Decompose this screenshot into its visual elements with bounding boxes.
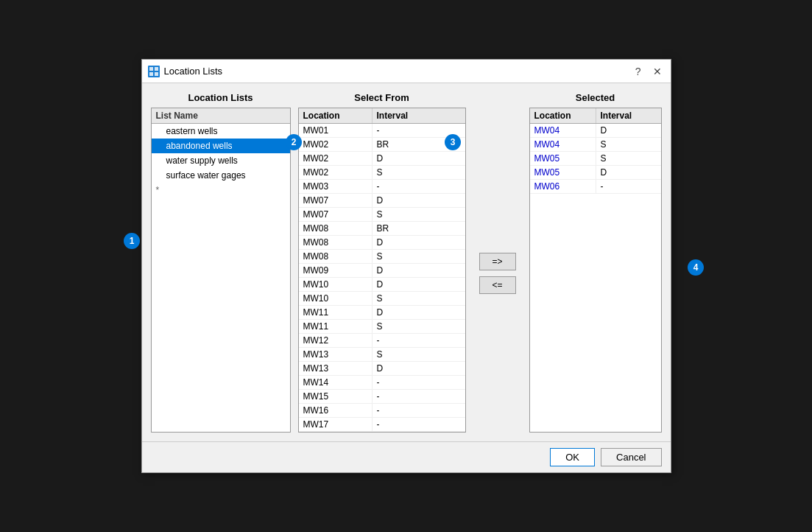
table-row[interactable]: MW02S: [299, 166, 465, 180]
list-item-abandoned-wells[interactable]: abandoned wells: [152, 139, 290, 153]
middle-panel: Select From Location Interval MW01- MW02…: [298, 92, 466, 433]
select-from-title: Select From: [298, 92, 466, 103]
title-bar: Location Lists ? ✕: [142, 60, 671, 83]
sel-col-header-location: Location: [530, 108, 596, 123]
sel-col-header-interval: Interval: [596, 108, 648, 123]
table-row[interactable]: MW13S: [299, 348, 465, 362]
selected-row[interactable]: MW05S: [530, 152, 661, 166]
svg-rect-3: [155, 72, 158, 76]
title-bar-controls: ? ✕: [632, 66, 665, 77]
selected-header: Location Interval: [530, 108, 661, 124]
dialog: Location Lists ? ✕ Location Lists List N…: [141, 59, 671, 473]
table-row[interactable]: MW01-: [299, 124, 465, 138]
table-row[interactable]: MW08S: [299, 250, 465, 264]
select-from-header: Location Interval: [299, 108, 465, 124]
table-row[interactable]: MW02D: [299, 152, 465, 166]
svg-rect-1: [155, 67, 158, 71]
ok-button[interactable]: OK: [550, 448, 595, 466]
select-from-scroll[interactable]: MW01- MW02BR MW02D MW02S MW03- MW07D MW0…: [299, 124, 465, 432]
svg-rect-0: [149, 67, 153, 71]
selected-row[interactable]: MW04D: [530, 124, 661, 138]
dialog-title: Location Lists: [164, 66, 223, 77]
cancel-button[interactable]: Cancel: [601, 448, 661, 466]
location-lists-container: List Name eastern wells abandoned wells …: [151, 108, 291, 433]
table-row[interactable]: MW10D: [299, 278, 465, 292]
table-row[interactable]: MW07D: [299, 194, 465, 208]
table-row[interactable]: MW10S: [299, 292, 465, 306]
table-row[interactable]: MW11D: [299, 306, 465, 320]
selected-rows: MW04D MW04S MW05S MW05D MW06-: [530, 124, 661, 194]
selected-row[interactable]: MW05D: [530, 166, 661, 180]
list-item-eastern-wells[interactable]: eastern wells: [152, 124, 290, 139]
close-button[interactable]: ✕: [650, 66, 665, 77]
list-item-new[interactable]: *: [152, 183, 290, 197]
list-item-surface-water-gages[interactable]: surface water gages: [152, 168, 290, 183]
table-row[interactable]: MW14-: [299, 376, 465, 390]
selected-row[interactable]: MW04S: [530, 138, 661, 152]
table-row[interactable]: MW11S: [299, 320, 465, 334]
badge-3: 3: [445, 134, 461, 150]
table-row[interactable]: MW08D: [299, 236, 465, 250]
list-item-water-supply-wells[interactable]: water supply wells: [152, 153, 290, 168]
badge-2: 2: [286, 134, 302, 150]
table-row[interactable]: MW15-: [299, 390, 465, 404]
selected-table: Location Interval MW04D MW04S MW05S MW05…: [529, 108, 662, 433]
table-row[interactable]: MW03-: [299, 180, 465, 194]
col-header-interval: Interval: [373, 108, 424, 123]
help-button[interactable]: ?: [632, 66, 644, 77]
svg-rect-2: [149, 72, 153, 76]
table-row[interactable]: MW12-: [299, 334, 465, 348]
table-row[interactable]: MW07S: [299, 208, 465, 222]
selected-row[interactable]: MW06-: [530, 180, 661, 194]
title-bar-left: Location Lists: [148, 66, 223, 77]
dialog-footer: OK Cancel: [142, 441, 671, 472]
table-row[interactable]: MW09D: [299, 264, 465, 278]
table-row[interactable]: MW16-: [299, 404, 465, 418]
left-panel: Location Lists List Name eastern wells a…: [151, 92, 291, 433]
left-panel-title: Location Lists: [151, 92, 291, 103]
select-from-table: Location Interval MW01- MW02BR MW02D MW0…: [298, 108, 466, 433]
app-icon: [148, 66, 160, 77]
dialog-body: Location Lists List Name eastern wells a…: [142, 83, 671, 441]
col-header-location: Location: [299, 108, 373, 123]
badge-1: 1: [124, 233, 140, 249]
list-name-header: List Name: [152, 108, 290, 124]
selected-title: Selected: [529, 92, 662, 103]
table-row[interactable]: MW02BR: [299, 138, 465, 152]
transfer-buttons: => <=: [473, 92, 522, 433]
table-row[interactable]: MW17-: [299, 418, 465, 432]
add-button[interactable]: =>: [479, 253, 516, 270]
table-row[interactable]: MW08BR: [299, 222, 465, 236]
right-panel: Selected Location Interval MW04D MW04S M…: [529, 92, 662, 433]
remove-button[interactable]: <=: [479, 276, 516, 294]
badge-4: 4: [688, 259, 704, 276]
table-row[interactable]: MW13D: [299, 362, 465, 376]
